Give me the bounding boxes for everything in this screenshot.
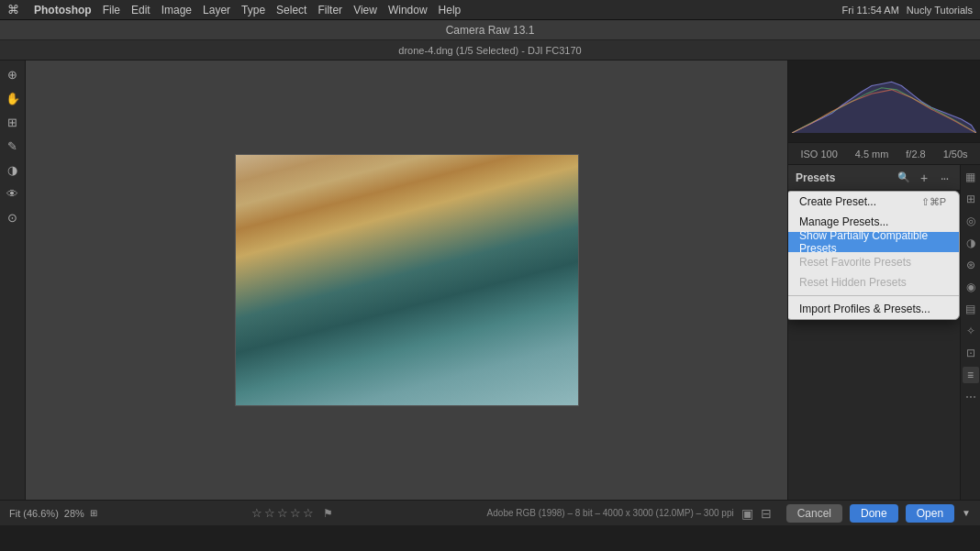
presets-panel: Presets 🔍 + ··· Create Preset... ⇧⌘P bbox=[788, 165, 960, 500]
presets-add-button[interactable]: + bbox=[916, 170, 932, 186]
menu-view[interactable]: View bbox=[353, 4, 377, 17]
left-tools-panel: ⊕ ✋ ⊞ ✎ ◑ 👁 ⊙ bbox=[0, 61, 26, 500]
dropdown-reset-hidden: Reset Hidden Presets bbox=[788, 272, 959, 292]
open-button[interactable]: Open bbox=[906, 504, 954, 523]
menu-help[interactable]: Help bbox=[439, 4, 462, 17]
presets-title: Presets bbox=[796, 171, 835, 184]
dropdown-import-profiles-label: Import Profiles & Presets... bbox=[799, 303, 930, 315]
app-name[interactable]: Photoshop bbox=[34, 4, 92, 17]
bottom-right: Adobe RGB (1998) – 8 bit – 4000 x 3000 (… bbox=[487, 504, 971, 523]
effects-panel-icon[interactable]: ✧ bbox=[963, 323, 979, 339]
zoom-fit-label: Fit (46.6%) bbox=[9, 508, 59, 519]
exif-bar: ISO 100 4.5 mm f/2.8 1/50s bbox=[788, 143, 980, 165]
dropdown-create-preset-shortcut: ⇧⌘P bbox=[921, 196, 946, 208]
crop-tool[interactable]: ⊞ bbox=[3, 112, 23, 132]
menubar-time: Fri 11:54 AM bbox=[842, 5, 899, 16]
dropdown-show-partial-label: Show Partially Compatible Presets bbox=[799, 229, 946, 255]
dropdown-create-preset-label: Create Preset... bbox=[799, 195, 876, 208]
menubar-user: Nucly Tutorials bbox=[907, 5, 973, 16]
zoom-stepper-icon[interactable]: ⊞ bbox=[90, 508, 97, 518]
right-icon-strip: ▦ ⊞ ◎ ◑ ⊛ ◉ ▤ ✧ ⊡ ≡ ⋯ bbox=[960, 165, 980, 500]
open-dropdown-arrow[interactable]: ▼ bbox=[962, 508, 971, 518]
star-2[interactable]: ☆ bbox=[264, 506, 275, 520]
menubar-right: Fri 11:54 AM Nucly Tutorials bbox=[842, 5, 974, 16]
exif-shutter: 1/50s bbox=[943, 149, 968, 160]
star-rating[interactable]: ☆ ☆ ☆ ☆ ☆ bbox=[251, 506, 314, 520]
done-button[interactable]: Done bbox=[850, 504, 898, 523]
dropdown-manage-presets-label: Manage Presets... bbox=[799, 215, 888, 228]
pan-tool[interactable]: ✋ bbox=[3, 88, 23, 108]
compare-toggle-icon[interactable]: ⊟ bbox=[761, 506, 772, 521]
presets-header-icons: 🔍 + ··· bbox=[896, 170, 952, 186]
dropdown-reset-favorite: Reset Favorite Presets bbox=[788, 252, 959, 272]
dropdown-show-partial[interactable]: Show Partially Compatible Presets bbox=[788, 232, 959, 252]
zoom-tool[interactable]: ⊕ bbox=[3, 64, 23, 84]
presets-dropdown-menu: Create Preset... ⇧⌘P Manage Presets... S… bbox=[788, 191, 960, 320]
star-5[interactable]: ☆ bbox=[303, 506, 314, 520]
camera-raw-title: Camera Raw 13.1 bbox=[446, 24, 535, 37]
cancel-button[interactable]: Cancel bbox=[786, 504, 842, 523]
view-toggle-icon[interactable]: ▣ bbox=[741, 506, 753, 521]
snapshots-panel-icon[interactable]: ⋯ bbox=[963, 389, 979, 405]
redeye-tool[interactable]: 👁 bbox=[3, 183, 23, 204]
drone-image bbox=[235, 154, 579, 406]
heal-tool[interactable]: ✎ bbox=[3, 136, 23, 156]
dropdown-import-profiles[interactable]: Import Profiles & Presets... bbox=[788, 299, 959, 319]
dropdown-reset-hidden-label: Reset Hidden Presets bbox=[799, 276, 907, 289]
star-1[interactable]: ☆ bbox=[251, 506, 262, 520]
file-title: drone-4.dng (1/5 Selected) - DJI FC3170 bbox=[398, 45, 581, 56]
apple-logo: ⌘ bbox=[7, 3, 19, 17]
right-panel: ISO 100 4.5 mm f/2.8 1/50s Presets 🔍 + ·… bbox=[787, 61, 980, 500]
curves-panel-icon[interactable]: ◎ bbox=[963, 213, 979, 229]
zoom-percent: 28% bbox=[64, 508, 84, 519]
lens-panel-icon[interactable]: ◉ bbox=[963, 279, 979, 295]
menu-select[interactable]: Select bbox=[276, 4, 306, 17]
menu-type[interactable]: Type bbox=[241, 4, 265, 17]
exif-focal: 4.5 mm bbox=[855, 149, 889, 160]
menu-filter[interactable]: Filter bbox=[317, 4, 342, 17]
menu-layer[interactable]: Layer bbox=[203, 4, 230, 17]
dropdown-reset-favorite-label: Reset Favorite Presets bbox=[799, 256, 911, 269]
bottom-bar: Fit (46.6%) 28% ⊞ ☆ ☆ ☆ ☆ ☆ ⚑ Adobe RGB … bbox=[0, 500, 980, 525]
detail-panel-icon[interactable]: ⊛ bbox=[963, 257, 979, 273]
presets-more-button[interactable]: ··· bbox=[936, 170, 952, 186]
image-info: Adobe RGB (1998) – 8 bit – 4000 x 3000 (… bbox=[487, 508, 734, 518]
histogram-panel-icon[interactable]: ▦ bbox=[963, 169, 979, 185]
mask-tool[interactable]: ◑ bbox=[3, 160, 23, 180]
file-titlebar: drone-4.dng (1/5 Selected) - DJI FC3170 bbox=[0, 40, 980, 61]
exif-iso: ISO 100 bbox=[800, 149, 837, 160]
menu-image[interactable]: Image bbox=[161, 4, 192, 17]
bottom-left: Fit (46.6%) 28% ⊞ bbox=[9, 508, 97, 519]
dropdown-create-preset[interactable]: Create Preset... ⇧⌘P bbox=[788, 192, 959, 212]
camera-raw-titlebar: Camera Raw 13.1 bbox=[0, 20, 980, 40]
menu-edit[interactable]: Edit bbox=[131, 4, 150, 17]
histogram-area bbox=[788, 61, 980, 143]
menu-bar: ⌘ Photoshop File Edit Image Layer Type S… bbox=[0, 0, 980, 20]
zoom-value-display: 28% bbox=[64, 508, 84, 519]
dropdown-separator bbox=[788, 295, 959, 296]
presets-header: Presets 🔍 + ··· Create Preset... ⇧⌘P bbox=[788, 165, 960, 191]
snap-tool[interactable]: ⊙ bbox=[3, 207, 23, 227]
tools-panel-icon[interactable]: ⊞ bbox=[963, 191, 979, 207]
color-panel-icon[interactable]: ◑ bbox=[963, 235, 979, 251]
exif-aperture: f/2.8 bbox=[906, 149, 925, 160]
histogram-chart bbox=[792, 64, 976, 133]
menu-file[interactable]: File bbox=[103, 4, 120, 17]
presets-search-button[interactable]: 🔍 bbox=[896, 170, 912, 186]
geometry-panel-icon[interactable]: ▤ bbox=[963, 301, 979, 317]
flag-icon[interactable]: ⚑ bbox=[323, 507, 333, 520]
main-area: ⊕ ✋ ⊞ ✎ ◑ 👁 ⊙ bbox=[0, 61, 980, 500]
star-3[interactable]: ☆ bbox=[277, 506, 288, 520]
star-4[interactable]: ☆ bbox=[290, 506, 301, 520]
bottom-center: ☆ ☆ ☆ ☆ ☆ ⚑ bbox=[251, 506, 333, 520]
presets-panel-icon[interactable]: ≡ bbox=[963, 367, 979, 383]
canvas-area bbox=[26, 61, 787, 500]
menu-window[interactable]: Window bbox=[388, 4, 428, 17]
calibration-panel-icon[interactable]: ⊡ bbox=[963, 345, 979, 361]
